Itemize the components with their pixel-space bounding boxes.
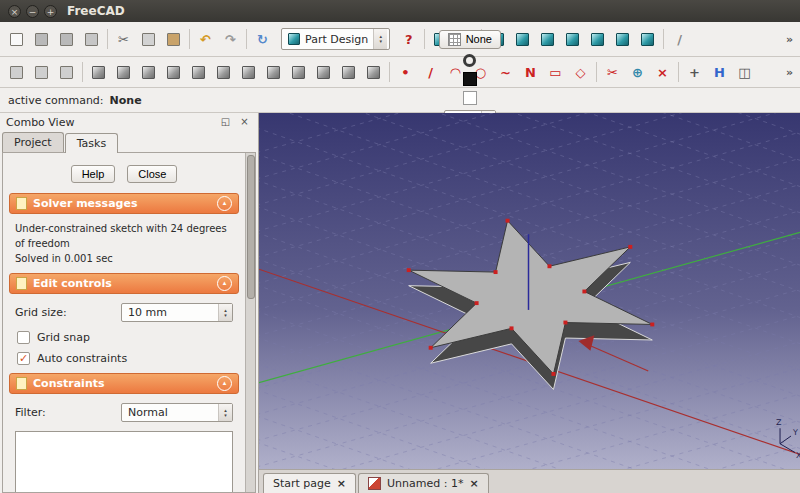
- auto-constraints-checkbox[interactable]: ✓: [17, 352, 30, 365]
- collapse-section-icon[interactable]: ▴: [217, 196, 232, 211]
- spinner-arrows-icon[interactable]: ▴▾: [218, 304, 232, 321]
- solver-messages-header[interactable]: Solver messages ▴: [9, 193, 239, 214]
- constraints-list[interactable]: [15, 431, 233, 493]
- auto-constraints-label: Auto constraints: [37, 352, 127, 365]
- titlebar: ×−+ FreeCAD: [0, 0, 800, 22]
- axis-y-label: Y: [792, 428, 798, 437]
- toolbar-separator: [107, 29, 108, 49]
- tab-unnamed-document[interactable]: Unnamed : 1* ×: [358, 473, 489, 493]
- task-section-icon: [16, 277, 27, 290]
- new-document-icon[interactable]: [4, 27, 29, 51]
- filter-label: Filter:: [15, 406, 121, 419]
- line-color-swatch[interactable]: [463, 72, 477, 86]
- spinner-arrows-icon[interactable]: ▴▾: [218, 404, 232, 421]
- open-document-icon[interactable]: [29, 27, 54, 51]
- grid-size-value: 10 mm: [128, 306, 218, 319]
- close-tab-icon[interactable]: ×: [469, 477, 478, 490]
- minimize-window-button[interactable]: −: [26, 5, 39, 18]
- print-icon[interactable]: [79, 27, 104, 51]
- active-command-value: None: [110, 94, 142, 107]
- toolbar-separator: [82, 62, 83, 82]
- window-title: FreeCAD: [67, 4, 125, 18]
- vertex-marker[interactable]: [506, 219, 510, 223]
- grid-snap-label: Grid snap: [37, 331, 90, 344]
- vertex-marker[interactable]: [628, 245, 632, 249]
- close-button[interactable]: Close: [127, 165, 177, 183]
- panel-scrollbar[interactable]: [245, 153, 255, 492]
- map-sketch-icon[interactable]: [54, 60, 79, 84]
- vertex-marker[interactable]: [650, 323, 654, 327]
- close-window-button[interactable]: ×: [8, 5, 21, 18]
- render-style-icon[interactable]: [463, 54, 476, 67]
- active-command-label: active command:: [8, 94, 104, 107]
- constraints-filter-combobox[interactable]: Normal ▴▾: [121, 403, 233, 422]
- vertex-marker[interactable]: [510, 326, 514, 330]
- grid-size-combobox[interactable]: 10 mm ▴▾: [121, 303, 233, 322]
- axis-z-label: Z: [776, 418, 782, 427]
- 3d-viewport[interactable]: Z X Y: [259, 113, 800, 469]
- axis-indicator: Z X Y: [776, 418, 800, 460]
- tasks-panel-body: Help Close Solver messages ▴ Under-const…: [2, 152, 256, 493]
- grid-icon: [448, 33, 461, 46]
- constraints-header[interactable]: Constraints ▴: [9, 373, 239, 394]
- tab-project[interactable]: Project: [2, 132, 64, 152]
- edit-controls-header[interactable]: Edit controls ▴: [9, 273, 239, 294]
- save-document-icon[interactable]: [54, 27, 79, 51]
- pocket-icon[interactable]: [111, 60, 136, 84]
- vertex-marker[interactable]: [582, 290, 586, 294]
- close-panel-icon[interactable]: ×: [237, 115, 252, 130]
- float-panel-icon[interactable]: ◱: [218, 115, 233, 130]
- combo-view-title: Combo View: [6, 116, 74, 129]
- grid-none-button[interactable]: None: [439, 30, 501, 49]
- scrollbar-thumb[interactable]: [247, 155, 255, 299]
- vertex-marker[interactable]: [407, 268, 411, 272]
- grid-snap-checkbox[interactable]: [17, 331, 30, 344]
- sketcher-status-row: active command: None None 2px ▴▾ 0,20 ▴▾…: [0, 88, 800, 113]
- vertex-marker[interactable]: [551, 372, 555, 376]
- axis-arrow-line: [590, 346, 648, 371]
- maximize-window-button[interactable]: +: [44, 5, 57, 18]
- grid-size-label: Grid size:: [15, 306, 121, 319]
- vertex-marker[interactable]: [547, 264, 551, 268]
- solver-message-text: Under-constrained sketch with 24 degrees…: [15, 221, 233, 266]
- tab-start-page[interactable]: Start page ×: [263, 473, 356, 493]
- task-section-icon: [16, 197, 27, 210]
- vertex-marker[interactable]: [475, 301, 479, 305]
- pad-icon[interactable]: [86, 60, 111, 84]
- vertex-marker[interactable]: [429, 346, 433, 350]
- tab-tasks[interactable]: Tasks: [65, 133, 118, 153]
- create-sketch-icon[interactable]: [4, 60, 29, 84]
- constraints-filter-value: Normal: [128, 406, 218, 419]
- tab-label: Start page: [273, 477, 331, 490]
- freecad-window: ×−+ FreeCAD ✂↶↷↻ Part Design ▴▾ ?/ » •/◠…: [0, 0, 800, 493]
- document-icon: [368, 477, 381, 490]
- axis-x-label: X: [796, 451, 800, 460]
- close-tab-icon[interactable]: ×: [337, 477, 346, 490]
- task-section-icon: [16, 377, 27, 390]
- combo-view-tabs: Project Tasks: [0, 132, 258, 152]
- collapse-section-icon[interactable]: ▴: [217, 376, 232, 391]
- fill-color-swatch[interactable]: [463, 91, 477, 105]
- document-tab-bar: Start page × Unnamed : 1* ×: [259, 469, 800, 493]
- vertex-marker[interactable]: [563, 321, 567, 325]
- collapse-section-icon[interactable]: ▴: [217, 276, 232, 291]
- edit-sketch-icon[interactable]: [29, 60, 54, 84]
- cut-icon[interactable]: ✂: [111, 27, 136, 51]
- tab-label: Unnamed : 1*: [387, 477, 463, 490]
- help-button[interactable]: Help: [71, 165, 116, 183]
- combo-view-panel: Combo View ◱ × Project Tasks Help Close …: [0, 113, 259, 493]
- vertex-marker[interactable]: [494, 270, 498, 274]
